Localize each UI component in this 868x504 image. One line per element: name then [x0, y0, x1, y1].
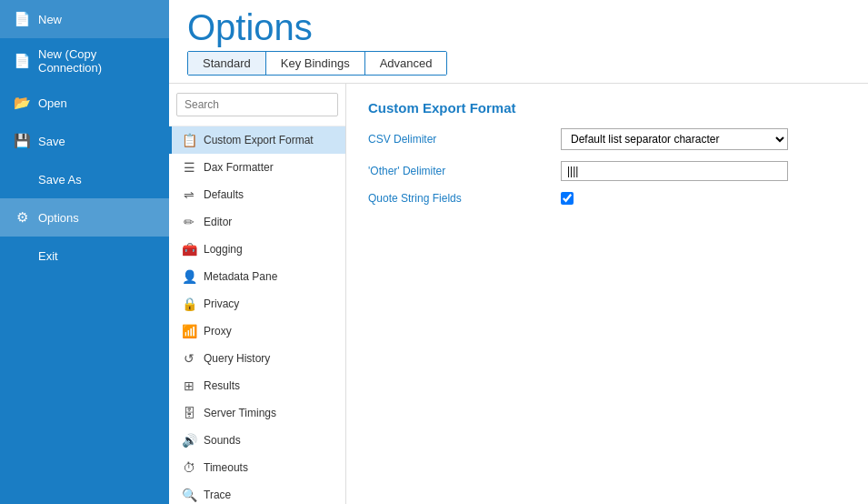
list-item-custom-export-format[interactable]: 📋 Custom Export Format [169, 126, 345, 154]
new-doc-icon: 📄 [13, 11, 31, 27]
list-item-proxy[interactable]: 📶 Proxy [169, 318, 345, 345]
query-history-icon: ↺ [181, 351, 197, 366]
sidebar-item-new-copy-label: New (Copy Connection) [38, 47, 156, 75]
search-input[interactable] [176, 93, 338, 116]
list-item-label-metadata-pane: Metadata Pane [204, 270, 277, 283]
page-title: Options [187, 7, 850, 47]
list-item-server-timings[interactable]: 🗄 Server Timings [169, 399, 345, 427]
sidebar-item-new-label: New [38, 13, 62, 26]
list-item-label-results: Results [204, 379, 240, 392]
list-item-trace[interactable]: 🔍 Trace [169, 481, 345, 504]
list-item-label-query-history: Query History [204, 352, 270, 365]
sidebar-item-new[interactable]: 📄 New [0, 0, 169, 38]
metadata-pane-icon: 👤 [181, 269, 197, 284]
list-item-defaults[interactable]: ⇌ Defaults [169, 181, 345, 208]
csv-delimiter-row: CSV Delimiter Default list separator cha… [368, 128, 846, 150]
tab-key-bindings[interactable]: Key Bindings [266, 52, 365, 75]
options-icon: ⚙ [13, 209, 31, 226]
list-item-label-server-timings: Server Timings [204, 407, 276, 419]
list-item-label-timeouts: Timeouts [204, 461, 248, 474]
list-item-label-proxy: Proxy [204, 325, 232, 338]
proxy-icon: 📶 [181, 324, 197, 338]
sidebar-item-save[interactable]: 💾 Save [0, 122, 169, 160]
list-item-label-editor: Editor [204, 216, 232, 228]
list-item-logging[interactable]: 🧰 Logging [169, 236, 345, 263]
sidebar: 📄 New 📄 New (Copy Connection) 📂 Open 💾 S… [0, 0, 169, 504]
new-copy-icon: 📄 [13, 53, 31, 69]
sounds-icon: 🔊 [181, 433, 197, 448]
quote-string-fields-label: Quote String Fields [368, 192, 550, 205]
detail-title: Custom Export Format [368, 100, 846, 116]
csv-delimiter-label: CSV Delimiter [368, 133, 550, 146]
quote-string-fields-row: Quote String Fields [368, 192, 846, 205]
custom-export-icon: 📋 [181, 133, 197, 147]
list-item-sounds[interactable]: 🔊 Sounds [169, 427, 345, 454]
list-item-dax-formatter[interactable]: ☰ Dax Formatter [169, 154, 345, 181]
search-wrapper [169, 84, 345, 126]
csv-delimiter-select[interactable]: Default list separator character Comma S… [561, 128, 788, 150]
open-icon: 📂 [13, 95, 31, 111]
list-item-label-privacy: Privacy [204, 297, 239, 310]
sidebar-item-open-label: Open [38, 96, 67, 110]
header: Options Standard Key Bindings Advanced [169, 0, 868, 83]
privacy-icon: 🔒 [181, 297, 197, 311]
defaults-icon: ⇌ [181, 187, 197, 202]
editor-icon: ✏ [181, 215, 197, 229]
quote-string-fields-checkbox[interactable] [561, 192, 574, 205]
list-item-editor[interactable]: ✏ Editor [169, 208, 345, 236]
tab-standard[interactable]: Standard [188, 52, 266, 75]
list-item-label-logging: Logging [204, 243, 243, 256]
trace-icon: 🔍 [181, 488, 197, 502]
list-item-label-trace: Trace [204, 489, 231, 501]
list-item-label-sounds: Sounds [204, 434, 241, 447]
other-delimiter-input[interactable] [561, 161, 788, 181]
content-area: 📋 Custom Export Format ☰ Dax Formatter ⇌… [169, 83, 868, 504]
server-timings-icon: 🗄 [181, 406, 197, 420]
sidebar-item-exit-label: Exit [38, 249, 58, 263]
tab-advanced[interactable]: Advanced [365, 52, 447, 75]
logging-icon: 🧰 [181, 242, 197, 257]
other-delimiter-row: 'Other' Delimiter [368, 161, 846, 181]
list-item-timeouts[interactable]: ⏱ Timeouts [169, 454, 345, 481]
timeouts-icon: ⏱ [181, 460, 197, 475]
main-content: Options Standard Key Bindings Advanced 📋… [169, 0, 868, 504]
sidebar-item-new-copy[interactable]: 📄 New (Copy Connection) [0, 38, 169, 84]
save-icon: 💾 [13, 133, 31, 149]
sidebar-item-options[interactable]: ⚙ Options [0, 198, 169, 237]
list-item-metadata-pane[interactable]: 👤 Metadata Pane [169, 263, 345, 290]
dax-formatter-icon: ☰ [181, 160, 197, 175]
sidebar-item-options-label: Options [38, 211, 79, 225]
list-item-privacy[interactable]: 🔒 Privacy [169, 290, 345, 318]
list-item-results[interactable]: ⊞ Results [169, 372, 345, 399]
list-item-label-custom-export: Custom Export Format [204, 134, 314, 146]
other-delimiter-label: 'Other' Delimiter [368, 165, 550, 177]
sidebar-item-save-as-label: Save As [38, 173, 82, 186]
sidebar-item-save-label: Save [38, 135, 65, 148]
tabs-bar: Standard Key Bindings Advanced [187, 51, 447, 76]
results-icon: ⊞ [181, 378, 197, 393]
list-item-label-defaults: Defaults [204, 188, 244, 201]
detail-panel: Custom Export Format CSV Delimiter Defau… [346, 84, 868, 504]
sidebar-item-save-as[interactable]: Save As [0, 160, 169, 198]
sidebar-item-open[interactable]: 📂 Open [0, 84, 169, 122]
list-item-query-history[interactable]: ↺ Query History [169, 345, 345, 372]
sidebar-item-exit[interactable]: Exit [0, 237, 169, 275]
list-item-label-dax-formatter: Dax Formatter [204, 161, 274, 174]
list-panel: 📋 Custom Export Format ☰ Dax Formatter ⇌… [169, 84, 346, 504]
